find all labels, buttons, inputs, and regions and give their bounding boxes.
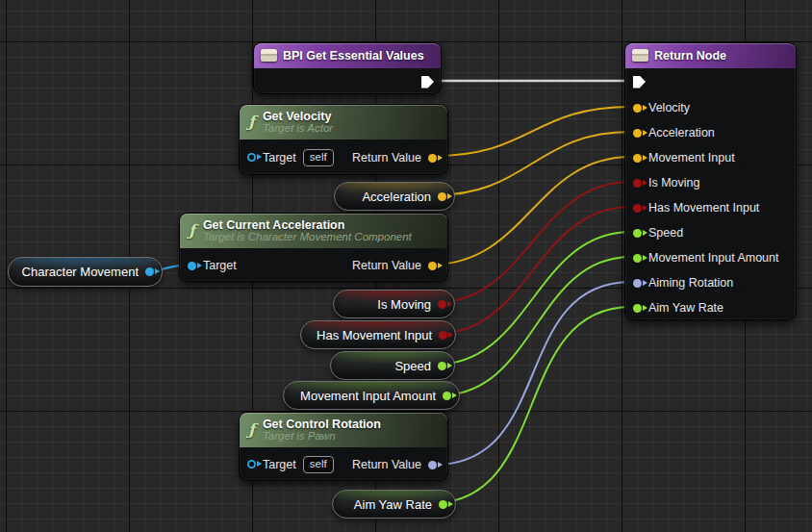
pin-label: Aiming Rotation — [648, 276, 733, 290]
wire-aiming-rotation — [435, 282, 631, 465]
return-value-pin[interactable] — [428, 461, 437, 469]
node-get-control-rotation[interactable]: ƒ Get Control Rotation Target is Pawn Ta… — [239, 412, 448, 481]
node-title: Get Current Acceleration — [203, 218, 412, 232]
wire-velocity — [435, 107, 631, 156]
pin-label: Movement Input — [648, 151, 735, 165]
pin-has-movement-input[interactable] — [633, 204, 642, 213]
pin-label: Return Value — [352, 151, 421, 165]
node-subtitle: Target is Character Movement Component — [203, 231, 412, 242]
variable-label: Speed — [394, 359, 431, 373]
node-header[interactable]: ƒ Get Control Rotation Target is Pawn — [240, 413, 447, 447]
node-header[interactable]: Return Node — [625, 43, 796, 68]
pin-label: Target — [203, 259, 237, 272]
pin-speed[interactable] — [633, 229, 642, 238]
self-default-value[interactable]: self — [303, 456, 334, 474]
output-pin[interactable] — [145, 267, 154, 276]
function-icon: ƒ — [187, 223, 197, 239]
pin-is-moving[interactable] — [633, 179, 642, 188]
output-pin[interactable] — [438, 300, 446, 309]
pin-label: Return Value — [352, 259, 421, 272]
function-icon: ƒ — [246, 114, 257, 130]
variable-label: Character Movement — [22, 265, 139, 279]
variable-label: Movement Input Amount — [300, 389, 436, 403]
wire-movement-input-amount — [440, 257, 631, 395]
event-box-icon — [261, 49, 277, 62]
exec-out-pin[interactable] — [421, 76, 434, 89]
node-get-is-moving-variable[interactable]: Is Moving — [333, 290, 455, 318]
pin-label: Speed — [648, 226, 683, 240]
variable-label: Aim Yaw Rate — [354, 497, 432, 512]
pin-label: Velocity — [648, 101, 690, 114]
node-header[interactable]: BPI Get Essential Values — [254, 43, 441, 68]
node-title: Get Velocity — [263, 110, 333, 123]
pin-movement-input[interactable] — [633, 154, 642, 163]
output-pin[interactable] — [439, 500, 447, 509]
variable-label: Acceleration — [362, 190, 431, 204]
node-subtitle: Target is Pawn — [263, 430, 381, 442]
node-get-current-acceleration[interactable]: ƒ Get Current Acceleration Target is Cha… — [179, 213, 448, 282]
pin-label: Aim Yaw Rate — [648, 301, 723, 315]
exec-in-pin[interactable] — [633, 76, 646, 89]
variable-label: Has Movement Input — [317, 328, 432, 342]
node-get-speed-variable[interactable]: Speed — [330, 351, 455, 380]
node-header[interactable]: ƒ Get Velocity Target is Actor — [240, 105, 447, 139]
node-get-acceleration-variable[interactable]: Acceleration — [334, 182, 455, 211]
pin-velocity[interactable] — [633, 104, 642, 113]
output-pin[interactable] — [439, 331, 447, 340]
node-get-movement-input-amount-variable[interactable]: Movement Input Amount — [283, 381, 460, 410]
return-value-pin[interactable] — [428, 262, 437, 270]
pin-label: Target — [263, 151, 296, 165]
return-value-pin[interactable] — [428, 154, 437, 163]
target-pin[interactable] — [188, 262, 196, 270]
pin-label: Is Moving — [648, 176, 700, 190]
event-box-icon — [632, 49, 648, 62]
node-header[interactable]: ƒ Get Current Acceleration Target is Cha… — [180, 214, 447, 248]
pin-acceleration[interactable] — [633, 129, 642, 138]
node-title: Return Node — [654, 49, 726, 63]
node-bpi-get-essential-values[interactable]: BPI Get Essential Values — [253, 42, 442, 94]
self-default-value[interactable]: self — [303, 149, 334, 167]
target-pin[interactable] — [247, 460, 256, 469]
variable-label: Is Moving — [377, 297, 431, 312]
output-pin[interactable] — [438, 362, 446, 370]
node-get-velocity[interactable]: ƒ Get Velocity Target is Actor Target se… — [239, 104, 448, 175]
pin-aim-yaw-rate[interactable] — [633, 304, 642, 313]
function-icon: ƒ — [246, 422, 257, 438]
node-get-has-movement-input-variable[interactable]: Has Movement Input — [300, 320, 456, 349]
node-get-character-movement-variable[interactable]: Character Movement — [8, 257, 163, 287]
pin-movement-input-amount[interactable] — [633, 254, 642, 263]
wire-is-moving — [433, 182, 631, 303]
node-title: Get Control Rotation — [263, 418, 381, 431]
blueprint-graph-canvas[interactable]: BPI Get Essential Values Return Node Vel… — [0, 0, 812, 532]
pin-label: Target — [263, 458, 296, 471]
pin-label: Return Value — [352, 458, 421, 471]
pin-label: Has Movement Input — [648, 201, 759, 215]
pin-aiming-rotation[interactable] — [633, 279, 642, 288]
node-subtitle: Target is Actor — [263, 122, 333, 134]
wire-has-movement-input — [435, 207, 631, 334]
node-return-node[interactable]: Return Node Velocity Acceleration Moveme… — [624, 42, 797, 320]
pin-label: Acceleration — [648, 126, 715, 139]
target-pin[interactable] — [247, 153, 256, 162]
output-pin[interactable] — [443, 392, 451, 400]
wire-aim-yaw-rate — [432, 307, 631, 503]
node-title: BPI Get Essential Values — [283, 49, 424, 63]
pin-label: Movement Input Amount — [648, 251, 779, 265]
node-get-aim-yaw-rate-variable[interactable]: Aim Yaw Rate — [332, 490, 456, 519]
output-pin[interactable] — [438, 192, 446, 201]
